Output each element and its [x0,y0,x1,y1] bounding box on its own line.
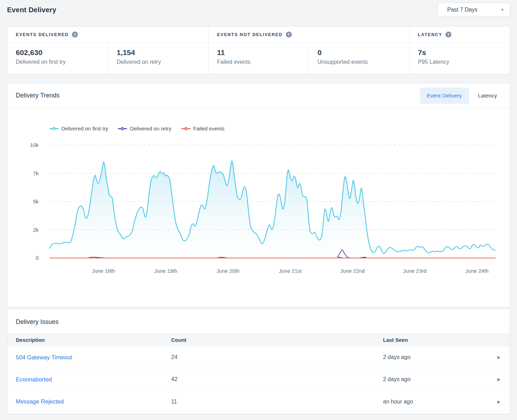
latency-header: LATENCY ? [409,27,510,42]
svg-text:2k: 2k [33,227,39,233]
chevron-right-icon[interactable]: ▶ [489,377,510,382]
legend-item[interactable]: Failed events [181,126,224,131]
issue-last-seen: 2 days ago [375,354,487,360]
legend-label: Delivered on retry [130,126,171,131]
stat-value: 7s [418,48,501,57]
stat-sublabel: P95 Latency [418,59,501,65]
trends-title: Delivery Trends [16,92,60,99]
svg-text:June 18th: June 18th [92,268,115,274]
table-row[interactable]: Econnaborted422 days ago▶ [7,368,510,391]
stat-value: 602,630 [16,48,99,57]
chart-legend: Delivered on first tryDelivered on retry… [7,126,510,131]
chevron-down-icon: ▼ [501,8,504,12]
stat-sublabel: Delivered on first try [16,59,99,65]
stats-values-row: 602,630 Delivered on first try 1,154 Del… [7,43,510,74]
stat-failed-events: 11 Failed events [208,43,309,74]
table-row[interactable]: 504 Gateway Timeout242 days ago▶ [7,346,510,368]
help-icon[interactable]: ? [286,32,292,38]
delivery-trends-card: Delivery Trends Event Delivery Latency D… [7,83,510,307]
legend-label: Delivered on first try [61,126,108,131]
svg-text:June 23rd: June 23rd [403,268,427,274]
issue-count: 24 [163,354,375,360]
legend-item[interactable]: Delivered on first try [49,126,108,131]
stat-delivered-retry: 1,154 Delivered on retry [108,43,208,74]
svg-text:June 19th: June 19th [154,268,177,274]
events-delivered-label: EVENTS DELIVERED [16,32,69,37]
summary-stats-card: EVENTS DELIVERED ? EVENTS NOT DELIVERED … [7,26,510,74]
legend-label: Failed events [193,126,224,131]
svg-text:10k: 10k [30,142,39,148]
legend-marker-icon [181,127,190,130]
events-not-delivered-header: EVENTS NOT DELIVERED ? [208,27,409,42]
help-icon[interactable]: ? [445,32,451,38]
page-title: Event Delivery [7,6,56,14]
tab-event-delivery[interactable]: Event Delivery [420,88,469,104]
issue-last-seen: 2 days ago [375,376,487,382]
svg-text:June 24th: June 24th [465,268,489,274]
stats-header-row: EVENTS DELIVERED ? EVENTS NOT DELIVERED … [7,27,510,43]
issue-description-link[interactable]: Econnaborted [16,376,52,382]
time-range-dropdown[interactable]: Past 7 Days ▼ [438,3,510,17]
delivery-issues-card: Delivery Issues Description Count Last S… [7,309,510,414]
issue-description-link[interactable]: 504 Gateway Timeout [16,354,72,360]
time-range-value: Past 7 Days [447,7,477,13]
event-delivery-page: Event Delivery Past 7 Days ▼ EVENTS DELI… [0,0,517,420]
legend-marker-icon [49,127,59,130]
stat-sublabel: Delivered on retry [116,59,200,65]
svg-text:June 22nd: June 22nd [340,268,365,274]
stat-value: 1,154 [116,48,200,57]
issue-description-link[interactable]: Message Rejected [16,398,64,405]
column-header-last-seen: Last Seen [375,337,487,343]
delivery-trends-chart[interactable]: 02k5k7k10kJune 18thJune 19thJune 20thJun… [26,141,503,281]
svg-text:June 21st: June 21st [279,268,302,274]
events-delivered-header: EVENTS DELIVERED ? [7,27,208,42]
legend-marker-icon [118,127,127,130]
stat-unsupported-events: 0 Unsupported events [309,43,409,74]
svg-text:June 20th: June 20th [216,268,240,274]
stat-value: 0 [317,48,401,57]
svg-text:5k: 5k [33,198,39,204]
svg-text:7k: 7k [33,170,39,176]
tab-latency[interactable]: Latency [471,88,504,104]
stat-p95-latency: 7s P95 Latency [409,43,510,74]
column-header-count: Count [163,337,375,343]
stat-value: 11 [217,48,300,57]
svg-text:0: 0 [36,255,39,261]
issues-title: Delivery Issues [7,309,510,333]
page-header: Event Delivery Past 7 Days ▼ [7,3,510,17]
trends-tabs: Event Delivery Latency [420,88,504,104]
issues-table-body: 504 Gateway Timeout242 days ago▶Econnabo… [7,346,510,413]
trends-card-header: Delivery Trends Event Delivery Latency [7,83,510,108]
latency-label: LATENCY [418,32,442,37]
issue-count: 42 [163,376,375,382]
chart-area: Delivered on first tryDelivered on retry… [7,108,510,281]
legend-item[interactable]: Delivered on retry [118,126,171,131]
chevron-right-icon[interactable]: ▶ [489,399,510,404]
stat-delivered-first-try: 602,630 Delivered on first try [7,43,108,74]
issues-table-header: Description Count Last Seen [7,333,510,346]
table-row[interactable]: Message Rejected11an hour ago▶ [7,391,510,413]
stat-sublabel: Failed events [217,59,300,65]
issue-count: 11 [163,399,375,405]
issue-last-seen: an hour ago [375,399,487,405]
stat-sublabel: Unsupported events [317,59,401,65]
events-not-delivered-label: EVENTS NOT DELIVERED [217,32,283,37]
chevron-right-icon[interactable]: ▶ [489,355,510,360]
help-icon[interactable]: ? [72,32,78,38]
column-header-description: Description [7,337,163,343]
